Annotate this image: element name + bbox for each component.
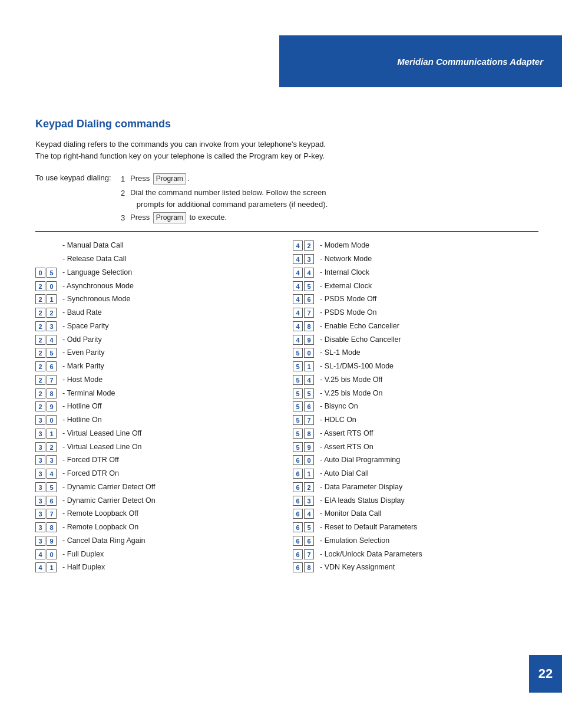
step-3: 3 Press Program to execute. [121, 212, 328, 224]
cmd-label-eia: - EIA leads Status Display [320, 495, 405, 506]
cmd-keys-26: 26 [35, 361, 62, 371]
cmd-label-space: - Space Parity [62, 321, 109, 332]
cmd-label-vdn: - VDN Key Assignment [320, 562, 395, 573]
cmd-keys-20: 20 [35, 281, 62, 291]
cmd-keys-43: 43 [293, 254, 320, 264]
cmd-label-network: - Network Mode [320, 253, 372, 265]
step-text-1: Press Program. [130, 173, 189, 185]
cmd-keys-50: 50 [293, 348, 320, 358]
main-content: Keypad Dialing commands Keypad dialing r… [35, 118, 538, 574]
cmd-dcd-on: 36 - Dynamic Carrier Detect On [35, 494, 281, 508]
header-bar: Meridian Communications Adapter [279, 35, 562, 87]
page-number: 22 [529, 655, 562, 693]
program-key-2: Program [153, 212, 186, 223]
cmd-auto-dial-prog: 60 - Auto Dial Programming [293, 453, 538, 467]
cmd-left-col: - Manual Data Call - Release Data Call 0… [35, 239, 281, 574]
step-text-3: Press Program to execute. [130, 212, 227, 223]
cmd-label-lang: - Language Selection [62, 267, 132, 278]
cmd-label-async: - Asynchronous Mode [62, 281, 134, 292]
cmd-label-bisync: - Bisync On [320, 401, 358, 412]
cmd-keys-49: 49 [293, 335, 320, 345]
cmd-label-psds-on: - PSDS Mode On [320, 307, 377, 318]
cmd-keys-23: 23 [35, 321, 62, 331]
step-num-3: 3 [121, 212, 130, 224]
cmd-label-lock: - Lock/Unlock Data Parameters [320, 549, 422, 560]
cmd-auto-dial-call: 61 - Auto Dial Call [293, 467, 538, 480]
cmd-vdn-key: 68 - VDN Key Assignment [293, 561, 538, 574]
cmd-label-rloopback-on: - Remote Loopback On [62, 522, 138, 533]
cmd-even-parity: 25 - Even Parity [35, 346, 281, 360]
cmd-psds-off: 46 - PSDS Mode Off [293, 292, 538, 306]
cmd-label-internal-clk: - Internal Clock [320, 267, 369, 278]
cmd-label-auto-dial-call: - Auto Dial Call [320, 468, 369, 479]
cmd-keys-63: 63 [293, 496, 320, 506]
cmd-vll-off: 31 - Virtual Leased Line Off [35, 427, 281, 440]
step-num-2: 2 [121, 187, 130, 199]
cmd-space-parity: 23 - Space Parity [35, 319, 281, 333]
cmd-label-dtr-off: - Forced DTR Off [62, 454, 119, 466]
cmd-rloopback-on: 38 - Remote Loopback On [35, 521, 281, 534]
cmd-cancel-ring: 39 - Cancel Data Ring Again [35, 534, 281, 548]
cmd-keys-05: 05 [35, 268, 62, 278]
cmd-enable-echo: 48 - Enable Echo Canceller [293, 319, 538, 333]
cmd-label-disable-echo: - Disable Echo Canceller [320, 334, 401, 345]
cmd-sl1-dms: 51 - SL-1/DMS-100 Mode [293, 360, 538, 373]
cmd-keys-64: 64 [293, 509, 320, 519]
cmd-keys-65: 65 [293, 522, 320, 532]
cmd-label-psds-off: - PSDS Mode Off [320, 294, 376, 305]
cmd-keys-27: 27 [35, 375, 62, 385]
cmd-eia-status: 63 - EIA leads Status Display [293, 494, 538, 508]
cmd-internal-clock: 44 - Internal Clock [293, 266, 538, 279]
cmd-label-full-dup: - Full Duplex [62, 549, 104, 560]
cmd-rts-on: 59 - Assert RTS On [293, 440, 538, 454]
cmd-terminal-mode: 28 - Terminal Mode [35, 387, 281, 400]
step-num-1: 1 [121, 173, 130, 185]
cmd-hotline-off: 29 - Hotline Off [35, 400, 281, 413]
cmd-full-duplex: 40 - Full Duplex [35, 548, 281, 561]
cmd-label-monitor: - Monitor Data Call [320, 508, 381, 519]
cmd-label-hdlc: - HDLC On [320, 414, 356, 426]
cmd-label-v25-on: - V.25 bis Mode On [320, 388, 383, 399]
cmd-disable-echo: 49 - Disable Echo Canceller [293, 333, 538, 347]
cmd-keys-66: 66 [293, 536, 320, 546]
cmd-keys-empty-1 [35, 240, 62, 251]
cmd-baud: 22 - Baud Rate [35, 306, 281, 319]
cmd-keys-28: 28 [35, 388, 62, 398]
cmd-lang-sel: 05 - Language Selection [35, 266, 281, 279]
cmd-label-sl1: - SL-1 Mode [320, 347, 361, 358]
cmd-release-data-call: - Release Data Call [35, 252, 281, 266]
cmd-keys-68: 68 [293, 562, 320, 572]
cmd-v25-on: 55 - V.25 bis Mode On [293, 387, 538, 400]
cmd-label-vll-off: - Virtual Leased Line Off [62, 428, 141, 439]
cmd-half-duplex: 41 - Half Duplex [35, 561, 281, 574]
cmd-label-dcd-on: - Dynamic Carrier Detect On [62, 495, 156, 506]
cmd-keys-57: 57 [293, 415, 320, 425]
cmd-lock-unlock: 67 - Lock/Unlock Data Parameters [293, 548, 538, 561]
cmd-label-data-param: - Data Parameter Display [320, 482, 402, 493]
cmd-right-col: 42 - Modem Mode 43 - Network Mode 44 - I… [293, 239, 538, 574]
section-title: Keypad Dialing commands [35, 118, 538, 130]
cmd-label-manual: - Manual Data Call [62, 240, 124, 251]
cmd-label-release: - Release Data Call [62, 253, 126, 265]
cmd-keys-58: 58 [293, 429, 320, 439]
cmd-keys-25: 25 [35, 348, 62, 358]
step-2: 2 Dial the command number listed below. … [121, 187, 328, 210]
cmd-keys-54: 54 [293, 375, 320, 385]
cmd-label-rloopback-off: - Remote Loopback Off [62, 508, 138, 519]
cmd-label-odd: - Odd Parity [62, 334, 102, 345]
cmd-keys-35: 35 [35, 482, 62, 492]
cmd-label-reset: - Reset to Default Parameters [320, 522, 417, 533]
cmd-sl1-mode: 50 - SL-1 Mode [293, 346, 538, 360]
cmd-odd-parity: 24 - Odd Parity [35, 333, 281, 347]
intro-line1: Keypad dialing refers to the commands yo… [35, 140, 326, 149]
cmd-mark-parity: 26 - Mark Parity [35, 360, 281, 373]
cmd-keys-48: 48 [293, 321, 320, 331]
cmd-keys-30: 30 [35, 415, 62, 425]
cmd-keys-55: 55 [293, 388, 320, 398]
cmd-reset-default: 65 - Reset to Default Parameters [293, 521, 538, 534]
cmd-keys-61: 61 [293, 469, 320, 479]
cmd-keys-56: 56 [293, 401, 320, 411]
cmd-keys-59: 59 [293, 442, 320, 452]
cmd-label-rts-off: - Assert RTS Off [320, 428, 373, 439]
cmd-dcd-off: 35 - Dynamic Carrier Detect Off [35, 480, 281, 494]
